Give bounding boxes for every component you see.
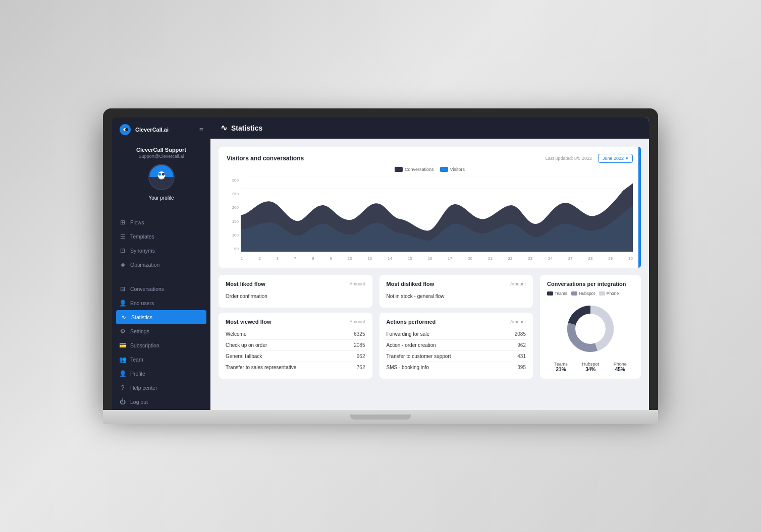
svg-point-4 <box>158 172 161 175</box>
sidebar-header: CleverCall.ai ≡ <box>112 117 210 142</box>
sidebar-item-profile[interactable]: 👤 Profile <box>112 367 210 381</box>
y-150: 150 <box>227 219 239 224</box>
most-viewed-row-0: Welcome 6325 <box>226 329 365 340</box>
donut-card: Conversations per integration Teams <box>540 275 641 379</box>
donut-phone-name: Phone <box>614 362 627 367</box>
sidebar-item-subscription-label: Subscription <box>130 342 159 348</box>
donut-teams-name: Teams <box>554 362 568 367</box>
page-title: Statistics <box>231 124 262 132</box>
logout-icon: ⏻ <box>119 398 126 405</box>
sidebar-item-templates[interactable]: ☰ Templates <box>112 229 210 244</box>
sidebar-item-flows[interactable]: ⊞ Flows <box>112 215 210 229</box>
donut-phone-pct: 45% <box>614 367 627 372</box>
blue-accent-bar <box>638 147 641 268</box>
top-two-col: Most liked flow Amount Order confirmatio… <box>219 275 533 308</box>
sidebar-item-subscription[interactable]: 💳 Subscription <box>112 338 210 352</box>
donut-legend-hubspot-label: Hubspot <box>579 291 595 296</box>
user-email: Support@Clevercall.ai <box>139 154 184 159</box>
sidebar: CleverCall.ai ≡ CleverCall Support Suppo… <box>112 117 210 410</box>
donut-legend-hubspot: Hubspot <box>571 291 595 296</box>
panel-left: Most liked flow Amount Order confirmatio… <box>219 275 533 379</box>
page-title-icon: ∿ <box>221 123 227 133</box>
actions-row-3: SMS - booking info 395 <box>387 362 526 373</box>
most-disliked-value: Not in stock - general flow <box>387 293 445 299</box>
legend-visitors: Visitors <box>440 167 465 172</box>
nav-section-secondary: ⊟ Conversations 👤 End users ∿ Statistics <box>112 279 210 410</box>
sidebar-item-logout[interactable]: ⏻ Log out <box>112 395 210 409</box>
most-liked-header: Most liked flow Amount <box>226 281 365 287</box>
chart-area: 1 2 3 7 8 9 10 13 14 <box>241 176 633 261</box>
date-dropdown[interactable]: June 2022 ▾ <box>598 154 633 163</box>
donut-label-teams: Teams 21% <box>554 362 568 372</box>
sidebar-item-profile-label: Profile <box>130 371 145 377</box>
avatar-svg <box>149 165 174 189</box>
nav-section-main: ⊞ Flows ☰ Templates ⊡ Synonyms ◈ <box>112 212 210 275</box>
most-viewed-title: Most viewed flow <box>226 319 271 325</box>
actions-name-2: Transfer to customer support <box>387 353 451 359</box>
most-disliked-value-row: Not in stock - general flow <box>387 291 526 302</box>
donut-legend-teams: Teams <box>547 291 567 296</box>
most-viewed-name-3: Transfer to sales representative <box>226 365 296 370</box>
most-viewed-name-0: Welcome <box>226 331 247 337</box>
svg-point-16 <box>576 315 605 343</box>
legend-dot-conversations <box>395 167 403 172</box>
laptop-frame: CleverCall.ai ≡ CleverCall Support Suppo… <box>103 108 658 424</box>
donut-container <box>547 301 634 357</box>
y-250: 250 <box>227 192 239 196</box>
most-viewed-row-2: General fallback 962 <box>226 351 365 362</box>
logo-text: CleverCall.ai <box>135 127 169 133</box>
templates-icon: ☰ <box>119 233 126 240</box>
legend-visitors-label: Visitors <box>450 167 465 172</box>
subscription-icon: 💳 <box>119 342 126 349</box>
user-name: CleverCall Support <box>136 147 186 153</box>
sidebar-item-optimization[interactable]: ◈ Optimization <box>112 258 210 272</box>
sidebar-item-synonyms[interactable]: ⊡ Synonyms <box>112 244 210 258</box>
optimization-icon: ◈ <box>119 261 126 268</box>
chart-card-header: Visitors and conversations Last updated:… <box>227 154 633 163</box>
chevron-down-icon: ▾ <box>626 156 628 161</box>
conversations-icon: ⊟ <box>119 285 126 292</box>
bottom-panels: Most liked flow Amount Order confirmatio… <box>219 275 641 379</box>
sidebar-item-conversations[interactable]: ⊟ Conversations <box>112 282 210 296</box>
sidebar-item-conversations-label: Conversations <box>130 286 164 292</box>
top-bar: ∿ Statistics <box>210 117 649 139</box>
laptop-notch <box>350 415 411 420</box>
sidebar-item-help[interactable]: ? Help center <box>112 381 210 395</box>
sidebar-item-help-label: Help center <box>130 385 157 391</box>
chart-controls: Last updated: 8/5 2022 June 2022 ▾ <box>546 154 633 163</box>
donut-title: Conversations per integration <box>547 281 634 287</box>
app: CleverCall.ai ≡ CleverCall Support Suppo… <box>112 117 649 410</box>
laptop-base <box>103 410 658 424</box>
sidebar-item-settings[interactable]: ⚙ Settings <box>112 324 210 338</box>
actions-value-0: 2085 <box>515 331 526 337</box>
legend-conversations-label: Conversations <box>405 167 434 172</box>
actions-performed-amount-label: Amount <box>510 319 526 324</box>
screen: CleverCall.ai ≡ CleverCall Support Suppo… <box>112 117 649 410</box>
most-liked-title: Most liked flow <box>226 281 265 287</box>
most-liked-value-row: Order confirmation <box>226 291 365 302</box>
hamburger-icon[interactable]: ≡ <box>199 126 203 134</box>
most-viewed-value-0: 6325 <box>354 331 365 337</box>
sidebar-item-templates-label: Templates <box>130 233 154 240</box>
most-viewed-name-1: Check up on order <box>226 342 267 348</box>
most-disliked-card: Most disliked flow Amount Not in stock -… <box>379 275 533 308</box>
area-chart <box>241 176 633 254</box>
last-updated-text: Last updated: 8/5 2022 <box>546 156 592 161</box>
synonyms-icon: ⊡ <box>119 247 126 254</box>
actions-name-0: Forwarding for sale <box>387 331 430 337</box>
sidebar-item-flows-label: Flows <box>130 219 144 225</box>
most-disliked-amount-label: Amount <box>510 281 526 286</box>
y-200: 200 <box>227 205 239 210</box>
logo-icon <box>119 124 131 136</box>
sidebar-item-statistics[interactable]: ∿ Statistics <box>116 310 206 324</box>
page-title-area: ∿ Statistics <box>221 123 262 133</box>
actions-name-3: SMS - booking info <box>387 365 429 370</box>
sidebar-item-end-users[interactable]: 👤 End users <box>112 296 210 310</box>
actions-row-1: Action - order creation 962 <box>387 340 526 351</box>
sidebar-item-end-users-label: End users <box>130 300 154 306</box>
sidebar-item-team[interactable]: 👥 Team <box>112 352 210 367</box>
legend-dot-visitors <box>440 167 448 172</box>
sidebar-item-optimization-label: Optimization <box>130 262 159 268</box>
most-viewed-value-1: 2085 <box>354 342 365 348</box>
actions-row-0: Forwarding for sale 2085 <box>387 329 526 340</box>
